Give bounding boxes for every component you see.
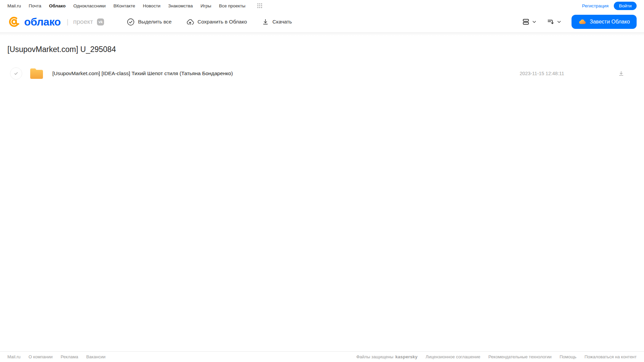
- cloud-logo-text: облако: [24, 16, 61, 27]
- file-name-link[interactable]: [UsupovMarket.com] [IDEA-class] Тихий Ше…: [52, 70, 520, 76]
- nav-item-vse-proekty[interactable]: Все проекты: [219, 3, 245, 8]
- portal-auth: Регистрация Войти: [582, 2, 637, 10]
- cloud-logo[interactable]: облако | проект vk: [7, 15, 104, 29]
- nav-item-pochta[interactable]: Почта: [29, 3, 42, 8]
- kaspersky-protected: Файлы защищены kaspersky: [356, 354, 418, 359]
- nav-item-oblako[interactable]: Облако: [49, 3, 65, 8]
- footer-link-jobs[interactable]: Вакансии: [86, 354, 105, 359]
- apps-grid-icon[interactable]: [257, 3, 262, 8]
- get-cloud-label: Завести Облако: [590, 19, 630, 25]
- nav-item-znakomstva[interactable]: Знакомства: [168, 3, 193, 8]
- login-button[interactable]: Войти: [614, 2, 637, 10]
- nav-item-novosti[interactable]: Новости: [143, 3, 160, 8]
- logo-divider: |: [67, 18, 68, 26]
- footer: Mail.ru О компании Реклама Вакансии Файл…: [0, 351, 644, 362]
- nav-item-mailru[interactable]: Mail.ru: [7, 3, 21, 8]
- view-mode-dropdown[interactable]: [522, 18, 537, 26]
- view-list-icon: [522, 18, 530, 26]
- protected-label: Файлы защищены: [356, 354, 393, 359]
- sort-dropdown[interactable]: [547, 18, 561, 26]
- footer-link-recommendations[interactable]: Рекомендательные технологии: [488, 354, 551, 359]
- footer-link-company[interactable]: О компании: [29, 354, 53, 359]
- folder-icon: [29, 67, 44, 80]
- save-to-cloud-button[interactable]: Сохранить в Облако: [186, 18, 247, 26]
- main-content: [UsupovMarket.com] U_295084: [0, 45, 644, 83]
- nav-item-igry[interactable]: Игры: [201, 3, 211, 8]
- check-circle-icon: [127, 18, 135, 26]
- nav-item-vkontakte[interactable]: ВКонтакте: [113, 3, 135, 8]
- app-header: облако | проект vk Выделить все Сох: [0, 11, 644, 32]
- row-checkbox[interactable]: [10, 67, 22, 80]
- portal-links: Mail.ru Почта Облако Одноклассники ВКонт…: [7, 3, 262, 8]
- row-download-button[interactable]: [618, 70, 625, 77]
- download-label: Скачать: [273, 19, 292, 25]
- logo-project-label: проект: [73, 18, 93, 25]
- select-all-label: Выделить все: [138, 19, 171, 25]
- vk-badge-icon: vk: [97, 18, 104, 25]
- file-toolbar: Выделить все Сохранить в Облако Скачат: [127, 18, 292, 26]
- portal-navbar: Mail.ru Почта Облако Одноклассники ВКонт…: [0, 0, 644, 11]
- download-icon: [262, 18, 269, 25]
- get-cloud-button[interactable]: Завести Облако: [572, 15, 637, 29]
- footer-right-links: Файлы защищены kaspersky Лицензионное со…: [356, 354, 637, 359]
- page-title: [UsupovMarket.com] U_295084: [7, 45, 637, 54]
- cloud-upload-icon: [186, 18, 194, 26]
- file-list: [UsupovMarket.com] [IDEA-class] Тихий Ше…: [7, 64, 637, 83]
- select-all-button[interactable]: Выделить все: [127, 18, 171, 26]
- footer-link-help[interactable]: Помощь: [559, 354, 576, 359]
- file-modified-date: 2023-11-15 12:48:11: [520, 71, 564, 76]
- header-right-controls: Завести Облако: [522, 15, 637, 29]
- save-to-cloud-label: Сохранить в Облако: [197, 19, 247, 25]
- nav-item-odnoklassniki[interactable]: Одноклассники: [73, 3, 105, 8]
- download-button[interactable]: Скачать: [262, 18, 292, 25]
- footer-link-license[interactable]: Лицензионное соглашение: [426, 354, 480, 359]
- footer-link-report[interactable]: Пожаловаться на контент: [585, 354, 637, 359]
- cloud-icon: [578, 18, 586, 26]
- mailru-at-icon: [7, 15, 21, 29]
- footer-link-mailru[interactable]: Mail.ru: [7, 354, 20, 359]
- sort-icon: [547, 18, 555, 26]
- file-row[interactable]: [UsupovMarket.com] [IDEA-class] Тихий Ше…: [7, 64, 637, 83]
- footer-left-links: Mail.ru О компании Реклама Вакансии: [7, 354, 105, 359]
- registration-link[interactable]: Регистрация: [582, 3, 608, 8]
- chevron-down-icon: [532, 19, 537, 24]
- kaspersky-logo[interactable]: kaspersky: [395, 354, 417, 359]
- chevron-down-icon: [557, 19, 561, 24]
- footer-link-ads[interactable]: Реклама: [61, 354, 78, 359]
